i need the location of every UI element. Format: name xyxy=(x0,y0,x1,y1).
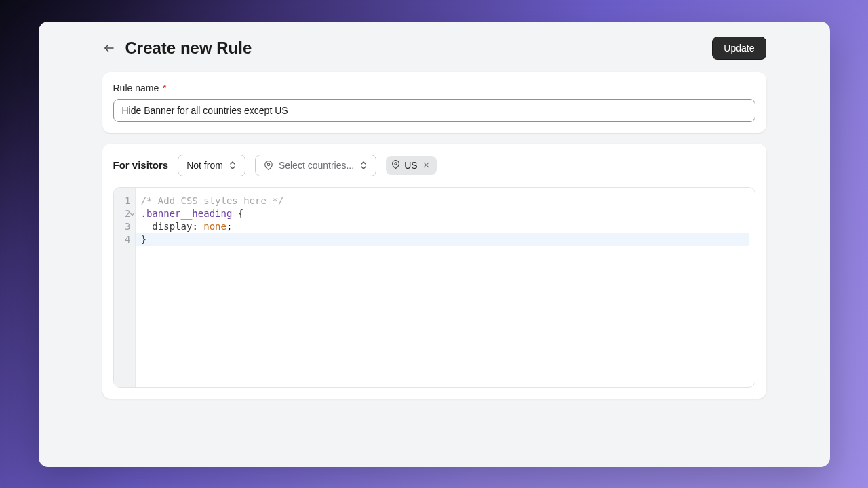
gutter-line: 2 xyxy=(121,207,131,220)
app-window: Create new Rule Update Rule name * For v… xyxy=(39,22,830,467)
country-select-placeholder: Select countries... xyxy=(279,160,354,171)
visitors-row: For visitors Not from xyxy=(113,155,755,176)
for-visitors-label: For visitors xyxy=(113,159,169,171)
update-button[interactable]: Update xyxy=(712,37,766,60)
fold-chevron-icon[interactable] xyxy=(130,210,135,220)
code-line: .banner__heading { xyxy=(141,207,749,220)
gutter-line: 3 xyxy=(121,220,131,233)
condition-select[interactable]: Not from xyxy=(178,155,245,176)
rule-name-label: Rule name * xyxy=(113,83,755,94)
chip-remove-icon[interactable] xyxy=(422,161,431,170)
map-pin-icon xyxy=(391,159,400,171)
editor-gutter: 1 2 3 4 xyxy=(114,188,136,387)
code-line: /* Add CSS styles here */ xyxy=(141,195,749,207)
header-bar: Create new Rule Update xyxy=(85,22,784,60)
page-title: Create new Rule xyxy=(125,39,252,58)
back-arrow-icon[interactable] xyxy=(102,41,116,55)
visitors-card: For visitors Not from xyxy=(102,144,766,399)
editor-body[interactable]: /* Add CSS styles here */ .banner__headi… xyxy=(136,188,755,387)
rule-name-input[interactable] xyxy=(113,99,755,122)
gutter-line: 1 xyxy=(121,195,131,207)
chevron-up-down-icon xyxy=(359,161,368,170)
rule-name-card: Rule name * xyxy=(102,72,766,133)
content-wrap: Rule name * For visitors Not from xyxy=(39,60,830,399)
chevron-up-down-icon xyxy=(229,161,237,170)
code-line: display: none; xyxy=(141,220,749,233)
gutter-line: 4 xyxy=(121,233,131,246)
required-asterisk: * xyxy=(163,83,166,94)
country-select[interactable]: Select countries... xyxy=(255,155,376,176)
country-chip-label: US xyxy=(404,160,417,171)
country-chip-us: US xyxy=(386,156,436,175)
header-left: Create new Rule xyxy=(102,39,252,58)
css-code-editor[interactable]: 1 2 3 4 /* Add CSS styles here */ xyxy=(113,187,755,388)
svg-point-2 xyxy=(395,162,397,164)
map-pin-icon xyxy=(264,160,273,171)
condition-select-value: Not from xyxy=(186,160,223,171)
code-line: } xyxy=(141,233,749,246)
rule-name-label-text: Rule name xyxy=(113,83,159,94)
svg-point-1 xyxy=(267,163,270,166)
